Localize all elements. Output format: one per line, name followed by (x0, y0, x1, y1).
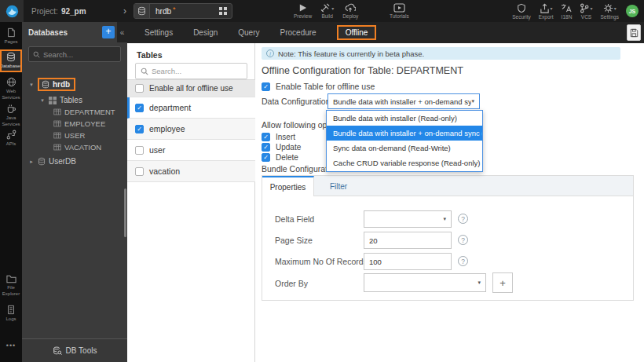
update-row[interactable]: ✓ Update (262, 143, 301, 152)
more-options-button[interactable]: ••• (0, 340, 22, 350)
tab-filter[interactable]: Filter (314, 176, 363, 196)
tables-panel-title: Tables (137, 50, 162, 60)
databases-search-input[interactable] (43, 50, 114, 59)
user-checkbox[interactable] (135, 146, 144, 155)
dropdown-option-3[interactable]: Sync data on-demand (Read-Write) (327, 141, 482, 155)
insert-checkbox[interactable]: ✓ (262, 133, 270, 141)
expand-down-icon[interactable]: ▾ (39, 97, 46, 104)
max-records-help-icon[interactable]: ? (458, 256, 468, 266)
add-order-by-button[interactable]: + (492, 272, 513, 293)
table-row-department[interactable]: ✓ department (127, 97, 255, 119)
tab-properties[interactable]: Properties (262, 176, 314, 196)
sidebar-item-logs[interactable]: Logs (0, 305, 22, 323)
delta-field-help-icon[interactable]: ? (458, 214, 468, 224)
vacation-checkbox[interactable] (135, 167, 144, 176)
select-caret-icon: ▾ (443, 216, 446, 222)
vcs-button[interactable]: ▾ VCS (580, 0, 592, 22)
tab-settings[interactable]: Settings (145, 28, 173, 37)
dropdown-option-2-selected[interactable]: Bundle data with installer + on-demand s… (327, 126, 482, 141)
sidebar-item-apis[interactable]: APIs (0, 130, 22, 148)
security-button[interactable]: Security (512, 0, 530, 22)
enable-table-row[interactable]: ✓ Enable Table for offline use (262, 82, 375, 91)
folder-icon (6, 274, 16, 283)
tree-node-label: EMPLOYEE (64, 119, 105, 128)
collapse-panel-button[interactable]: « (117, 22, 127, 42)
update-checkbox[interactable]: ✓ (262, 143, 270, 152)
enable-all-checkbox[interactable] (135, 84, 144, 93)
play-icon (298, 3, 307, 13)
check-icon: ✓ (263, 154, 269, 161)
build-button[interactable]: ▾ Build (320, 0, 334, 22)
data-config-value: Bundle data with installer + on-demand s… (333, 97, 471, 106)
tables-search[interactable] (135, 63, 247, 79)
i18n-button[interactable]: I18N (561, 0, 572, 22)
department-checkbox[interactable]: ✓ (135, 104, 144, 112)
sidebar-item-pages[interactable]: Pages (0, 27, 22, 46)
tree-node-table-vacation[interactable]: VACATION (22, 141, 127, 153)
tree-node-userdb[interactable]: ▸ UserDB (22, 155, 127, 167)
delta-field-label: Delta Field (275, 214, 314, 224)
offline-tables-panel: Tables Enable all for offline use ✓ depa… (127, 43, 255, 362)
max-records-input[interactable] (364, 253, 452, 270)
export-button[interactable]: ▾ Export (539, 0, 554, 22)
expand-down-icon[interactable]: ▾ (28, 82, 35, 88)
save-button[interactable] (627, 24, 641, 41)
enable-table-checkbox[interactable]: ✓ (262, 82, 270, 91)
app-logo[interactable] (0, 0, 24, 22)
tab-procedure[interactable]: Procedure (280, 28, 317, 37)
delta-field-select[interactable]: ▾ (364, 210, 452, 228)
tree-node-hrdb[interactable]: ▾ hrdb (22, 79, 127, 90)
beta-note-banner: i Note: This feature is currently in bet… (262, 47, 620, 60)
sidebar-item-databases[interactable]: Databases (0, 49, 22, 72)
asset-tab-label: hrdb (156, 7, 171, 16)
dropdown-option-1[interactable]: Bundle data with installer (Read-only) (327, 111, 482, 126)
open-asset-tab-hrdb[interactable]: hrdb * (134, 3, 232, 19)
sidebar-item-web-services[interactable]: Web Services (0, 77, 22, 101)
gear-icon (603, 3, 613, 13)
vcs-caret-icon: ▾ (590, 5, 592, 11)
page-size-input[interactable] (364, 232, 452, 249)
tab-query[interactable]: Query (238, 28, 259, 37)
user-avatar[interactable]: JS (626, 5, 639, 17)
order-by-select[interactable]: ▾ (364, 273, 486, 292)
databases-search[interactable] (28, 46, 121, 62)
add-database-button[interactable]: + (102, 26, 115, 38)
tab-offline[interactable]: Offline (337, 25, 377, 40)
shield-icon (517, 3, 526, 13)
tree-node-table-employee[interactable]: EMPLOYEE (22, 118, 127, 130)
data-config-select[interactable]: Bundle data with installer + on-demand s… (327, 93, 480, 109)
tree-node-table-user[interactable]: USER (22, 130, 127, 141)
page-size-help-icon[interactable]: ? (458, 235, 468, 245)
employee-checkbox[interactable]: ✓ (135, 125, 144, 133)
preview-button[interactable]: Preview (294, 0, 312, 22)
databases-panel-title: Databases (28, 28, 68, 37)
databases-panel-header: Databases + « (22, 22, 127, 42)
db-tools-button[interactable]: DB Tools (22, 338, 127, 362)
deploy-button[interactable]: Deploy (342, 0, 358, 22)
table-row-user[interactable]: user (127, 140, 255, 161)
insert-row[interactable]: ✓ Insert (262, 133, 295, 141)
tutorials-button[interactable]: Tutorials (390, 0, 409, 22)
table-icon (53, 144, 61, 151)
settings-button[interactable]: ▾ Settings (601, 0, 620, 22)
table-row-vacation[interactable]: vacation (127, 161, 255, 182)
tree-node-tables[interactable]: ▾ Tables (22, 94, 127, 106)
sidebar-item-file-explorer[interactable]: File Explorer (0, 274, 22, 297)
database-icon (42, 80, 49, 89)
table-row-employee[interactable]: ✓ employee (127, 119, 255, 140)
enable-all-row[interactable]: Enable all for offline use (127, 79, 255, 97)
dropdown-option-4[interactable]: Cache CRUD variable response (Read-only) (327, 155, 482, 170)
grid-view-icon[interactable] (219, 7, 227, 15)
delete-checkbox[interactable]: ✓ (262, 153, 270, 162)
tables-search-input[interactable] (152, 67, 238, 75)
check-icon: ✓ (263, 83, 269, 90)
sidebar-item-java-services[interactable]: Java Services (0, 104, 22, 127)
tables-grid-icon (49, 97, 57, 104)
delete-row[interactable]: ✓ Delete (262, 153, 298, 162)
cloud-upload-icon (345, 3, 356, 13)
panel-scrollbar[interactable] (124, 188, 126, 237)
tree-node-table-department[interactable]: DEPARTMENT (22, 106, 127, 118)
page-title: Offline Configuration for Table: DEPARTM… (262, 65, 463, 76)
expand-right-icon[interactable]: ▸ (28, 159, 35, 165)
tab-design[interactable]: Design (193, 28, 218, 37)
